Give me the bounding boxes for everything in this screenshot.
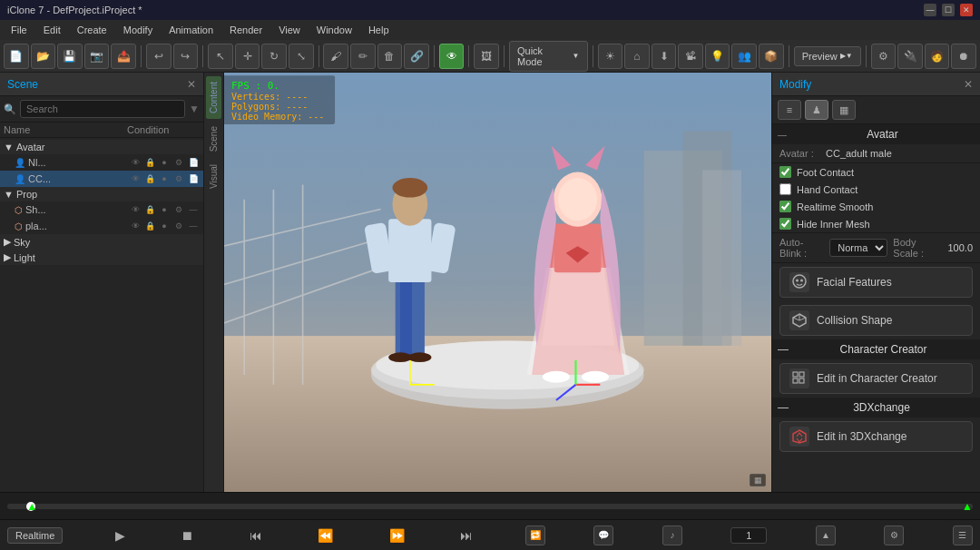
group-sky[interactable]: ▶ Sky bbox=[0, 234, 203, 250]
light-btn[interactable]: 💡 bbox=[705, 44, 730, 69]
hand-contact-checkbox[interactable] bbox=[779, 183, 791, 195]
export-btn[interactable]: 📤 bbox=[111, 44, 136, 69]
gear-icon-2[interactable]: ⚙ bbox=[172, 172, 185, 185]
import-btn[interactable]: ⬇ bbox=[652, 44, 677, 69]
rotate-btn[interactable]: ↻ bbox=[261, 44, 287, 69]
content-tab[interactable]: Content bbox=[206, 76, 221, 119]
dxchange-header[interactable]: — 3DXchange bbox=[772, 398, 980, 417]
open-btn[interactable]: 📂 bbox=[31, 44, 56, 69]
avatar-item-1[interactable]: 👤 Nl... 👁 🔒 ● ⚙ 📄 bbox=[0, 154, 203, 171]
group-prop[interactable]: ▼ Prop bbox=[0, 187, 203, 201]
menu-file[interactable]: File bbox=[4, 23, 34, 37]
home-btn[interactable]: ⌂ bbox=[624, 44, 650, 69]
auto-blink-select[interactable]: Norma None Slow Fast bbox=[829, 239, 887, 257]
prop-lock-1[interactable]: 🔒 bbox=[143, 203, 156, 216]
prop-lock-2[interactable]: 🔒 bbox=[143, 220, 156, 232]
close-btn[interactable]: ✕ bbox=[960, 4, 973, 16]
modify-tab-avatar[interactable]: ♟ bbox=[805, 100, 828, 120]
gear-icon-1[interactable]: ⚙ bbox=[172, 156, 185, 169]
screenshot-btn[interactable]: 📷 bbox=[84, 44, 110, 69]
prop-eye-1[interactable]: 👁 bbox=[129, 203, 142, 216]
prop-eye-2[interactable]: 👁 bbox=[129, 220, 142, 232]
menu-create[interactable]: Create bbox=[70, 23, 114, 37]
group-light[interactable]: ▶ Light bbox=[0, 250, 203, 265]
modify-tab-options[interactable]: ≡ bbox=[778, 100, 801, 120]
loop-btn[interactable]: 🔁 bbox=[525, 525, 545, 545]
lock-icon-2[interactable]: 🔒 bbox=[143, 172, 156, 185]
timeline-track[interactable]: ▲ ▲ bbox=[7, 504, 973, 509]
prev-frame-btn[interactable]: ⏮ bbox=[246, 526, 266, 545]
timeline-options-btn[interactable]: ☰ bbox=[953, 525, 973, 545]
menu-view[interactable]: View bbox=[271, 23, 308, 37]
menu-window[interactable]: Window bbox=[309, 23, 359, 37]
audio-btn[interactable]: ♪ bbox=[662, 525, 682, 545]
move-btn[interactable]: ✛ bbox=[235, 44, 260, 69]
new-btn[interactable]: 📄 bbox=[4, 44, 29, 69]
menu-modify[interactable]: Modify bbox=[116, 23, 160, 37]
preview-button[interactable]: Preview ▶▼ bbox=[794, 46, 861, 66]
char-btn[interactable]: 👥 bbox=[731, 44, 757, 69]
facial-features-btn[interactable]: Facial Features bbox=[779, 267, 973, 298]
foot-contact-checkbox[interactable] bbox=[779, 166, 791, 178]
edit-btn[interactable]: ✏ bbox=[350, 44, 376, 69]
cam-btn[interactable]: 📽 bbox=[678, 44, 703, 69]
prop-minus-1[interactable]: — bbox=[187, 203, 200, 216]
plugins-btn[interactable]: 🔌 bbox=[897, 44, 923, 69]
scene-close-icon[interactable]: ✕ bbox=[187, 78, 196, 91]
prop-btn[interactable]: 📦 bbox=[759, 44, 784, 69]
render-frame-btn[interactable]: 🖼 bbox=[474, 44, 499, 69]
prop-gear-1[interactable]: ⚙ bbox=[172, 203, 185, 216]
delete-btn[interactable]: 🗑 bbox=[377, 44, 403, 69]
realtime-smooth-checkbox[interactable] bbox=[779, 201, 791, 212]
record-btn[interactable]: ⏺ bbox=[951, 44, 976, 69]
redo-btn[interactable]: ↪ bbox=[173, 44, 199, 69]
next-key-btn[interactable]: ⏩ bbox=[386, 526, 408, 545]
prop-minus-2[interactable]: — bbox=[187, 220, 200, 232]
prop-gear-2[interactable]: ⚙ bbox=[172, 220, 185, 232]
prop-item-1[interactable]: ⬡ Sh... 👁 🔒 ● ⚙ — bbox=[0, 201, 203, 218]
link-btn[interactable]: 🔗 bbox=[404, 44, 429, 69]
playback-mode-btn[interactable]: Realtime bbox=[7, 527, 63, 544]
eye-btn[interactable]: 👁 bbox=[439, 44, 465, 69]
save-btn[interactable]: 💾 bbox=[57, 44, 83, 69]
avatar-item-2[interactable]: 👤 CC... 👁 🔒 ● ⚙ 📄 bbox=[0, 171, 203, 187]
settings-btn[interactable]: ⚙ bbox=[871, 44, 897, 69]
maximize-btn[interactable]: ☐ bbox=[942, 4, 955, 16]
char-creator-header[interactable]: — Character Creator bbox=[772, 339, 980, 359]
menu-render[interactable]: Render bbox=[222, 23, 270, 37]
minimize-btn[interactable]: — bbox=[924, 4, 936, 16]
undo-btn[interactable]: ↩ bbox=[146, 44, 172, 69]
menu-animation[interactable]: Animation bbox=[162, 23, 220, 37]
eye-icon-1[interactable]: 👁 bbox=[129, 156, 142, 169]
quick-mode-button[interactable]: Quick Mode ▼ bbox=[509, 41, 588, 72]
settings-playback-btn[interactable]: ⚙ bbox=[884, 525, 904, 545]
group-avatar[interactable]: ▼ Avatar bbox=[0, 140, 203, 154]
modify-tab-grid[interactable]: ▦ bbox=[832, 100, 856, 120]
search-options-icon[interactable]: ▼ bbox=[189, 103, 200, 115]
hide-inner-mesh-checkbox[interactable] bbox=[779, 218, 791, 230]
collision-shape-btn[interactable]: Collision Shape bbox=[779, 305, 973, 336]
paint-btn[interactable]: 🖌 bbox=[323, 44, 348, 69]
menu-help[interactable]: Help bbox=[361, 23, 397, 37]
frame-up-btn[interactable]: ▲ bbox=[816, 525, 836, 545]
edit-character-creator-btn[interactable]: Edit in Character Creator bbox=[779, 363, 973, 394]
next-frame-btn[interactable]: ⏭ bbox=[456, 526, 476, 545]
scene-tab[interactable]: Scene bbox=[206, 121, 221, 157]
stop-btn[interactable]: ⏹ bbox=[177, 526, 197, 545]
visual-tab[interactable]: Visual bbox=[206, 159, 221, 194]
modify-close-icon[interactable]: ✕ bbox=[964, 78, 973, 91]
frame-input[interactable]: 1 bbox=[730, 527, 767, 544]
viewport-info-btn[interactable]: ▦ bbox=[750, 474, 766, 486]
avatar-section-header[interactable]: — Avatar bbox=[772, 124, 980, 144]
avatar-btn[interactable]: 🧑 bbox=[925, 44, 950, 69]
select-btn[interactable]: ↖ bbox=[208, 44, 233, 69]
subtitle-btn[interactable]: 💬 bbox=[593, 525, 613, 545]
edit-3dxchange-btn[interactable]: Edit in 3DXchange bbox=[779, 421, 973, 452]
lock-icon-1[interactable]: 🔒 bbox=[143, 156, 156, 169]
eye-icon-2[interactable]: 👁 bbox=[129, 172, 142, 185]
sun-btn[interactable]: ☀ bbox=[598, 44, 623, 69]
search-input[interactable] bbox=[20, 100, 185, 118]
play-pause-btn[interactable]: ▶ bbox=[112, 526, 129, 545]
prop-item-2[interactable]: ⬡ pla... 👁 🔒 ● ⚙ — bbox=[0, 218, 203, 234]
menu-edit[interactable]: Edit bbox=[36, 23, 68, 37]
